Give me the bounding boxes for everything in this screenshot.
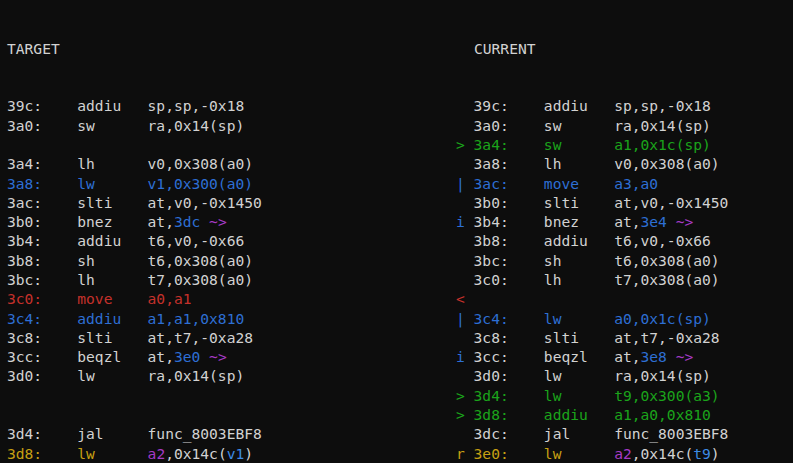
target-line: 3c0: move a0,a1 <box>7 289 192 308</box>
current-line: > 3d8: addiu a1,a0,0x810 <box>456 405 711 424</box>
diff-row: 3a0: sw ra,0x14(sp) 3a0: sw ra,0x14(sp) <box>0 116 793 135</box>
target-line: 3b8: sh t6,0x308(a0) <box>7 251 253 270</box>
current-line: 3d0: lw ra,0x14(sp) <box>456 366 711 385</box>
asm-segment: 3b0: slti at,v0,-0x1450 <box>456 194 728 211</box>
target-line: 39c: addiu sp,sp,-0x18 <box>7 96 244 115</box>
target-line: 3c8: slti at,t7,-0xa28 <box>7 328 253 347</box>
current-column-header: CURRENT <box>474 39 536 58</box>
asm-segment <box>200 348 209 365</box>
asm-segment: 3c0: move a0,a1 <box>7 290 192 307</box>
asm-segment: 3d8: lw <box>7 445 148 462</box>
target-line: 3bc: lh t7,0x308(a0) <box>7 270 253 289</box>
target-line: 3b4: addiu t6,v0,-0x66 <box>7 231 244 250</box>
current-line: > 3a4: sw a1,0x1c(sp) <box>456 135 711 154</box>
diff-row: 3c0: move a0,a1< <box>0 289 793 308</box>
asm-segment: ) <box>244 445 253 462</box>
asm-segment: 3d0: lw ra,0x14(sp) <box>456 367 711 384</box>
asm-segment: 3a8: lh v0,0x308(a0) <box>456 155 720 172</box>
asm-segment: 3d0: lw ra,0x14(sp) <box>7 367 244 384</box>
asm-segment: 3b0: bnez at, <box>7 213 174 230</box>
asm-segment: 3cc: beqzl at, <box>7 348 174 365</box>
asm-segment <box>200 213 209 230</box>
asm-segment: i <box>456 213 474 230</box>
asm-segment: | 3ac: move a3,a0 <box>456 175 658 192</box>
asm-segment: 3bc: sh t6,0x308(a0) <box>456 252 720 269</box>
asm-segment: 3a4: lh v0,0x308(a0) <box>7 155 253 172</box>
diff-row: 3d0: lw ra,0x14(sp) 3d0: lw ra,0x14(sp) <box>0 366 793 385</box>
asm-diff-terminal: TARGET CURRENT 39c: addiu sp,sp,-0x18 39… <box>0 0 793 463</box>
current-line: 3dc: jal func_8003EBF8 <box>456 424 728 443</box>
asm-segment <box>667 213 676 230</box>
diff-row: > 3d8: addiu a1,a0,0x810 <box>0 405 793 424</box>
asm-segment: 3b4: bnez at, <box>474 213 641 230</box>
current-line: | 3c4: lw a0,0x1c(sp) <box>456 309 711 328</box>
asm-segment: 3a8: lw v1,0x300(a0) <box>7 175 253 192</box>
asm-segment: 3b4: addiu t6,v0,-0x66 <box>7 232 244 249</box>
target-line: 3d0: lw ra,0x14(sp) <box>7 366 244 385</box>
asm-segment: ~> <box>676 348 694 365</box>
asm-segment: 3bc: lh t7,0x308(a0) <box>7 271 253 288</box>
asm-segment: 3b8: sh t6,0x308(a0) <box>7 252 253 269</box>
asm-segment: ) <box>711 445 720 462</box>
header-row: TARGET CURRENT <box>0 39 793 58</box>
diff-row: 3bc: lh t7,0x308(a0) 3c0: lh t7,0x308(a0… <box>0 270 793 289</box>
asm-segment: a2 <box>614 445 632 462</box>
asm-segment: 3e8 <box>641 348 667 365</box>
target-column-header: TARGET <box>7 39 60 58</box>
current-line: 3c8: slti at,t7,-0xa28 <box>456 328 720 347</box>
diff-row: 39c: addiu sp,sp,-0x18 39c: addiu sp,sp,… <box>0 96 793 115</box>
asm-segment: | 3c4: lw a0,0x1c(sp) <box>456 310 711 327</box>
asm-segment: 3c4: addiu a1,a1,0x810 <box>7 310 244 327</box>
current-line: 3a0: sw ra,0x14(sp) <box>456 116 711 135</box>
asm-segment: 3d4: jal func_8003EBF8 <box>7 425 262 442</box>
asm-segment: > 3a4: sw a1,0x1c(sp) <box>456 136 711 153</box>
target-line: 3d8: lw a2,0x14c(v1) <box>7 444 253 463</box>
asm-segment: 3c0: lh t7,0x308(a0) <box>456 271 720 288</box>
asm-segment: r 3e0: lw <box>456 445 614 462</box>
asm-segment: i <box>456 348 474 365</box>
diff-row: 3d4: jal func_8003EBF8 3dc: jal func_800… <box>0 424 793 443</box>
asm-segment: 3e0 <box>174 348 200 365</box>
current-line: 3bc: sh t6,0x308(a0) <box>456 251 720 270</box>
asm-segment: < <box>456 290 465 307</box>
current-line: 3b8: addiu t6,v0,-0x66 <box>456 231 711 250</box>
asm-segment: 3c8: slti at,t7,-0xa28 <box>456 329 720 346</box>
diff-row: 3a8: lw v1,0x300(a0)| 3ac: move a3,a0 <box>0 174 793 193</box>
target-line: 3c4: addiu a1,a1,0x810 <box>7 309 244 328</box>
target-line: 3b0: bnez at,3dc ~> <box>7 212 227 231</box>
target-line: 3a8: lw v1,0x300(a0) <box>7 174 253 193</box>
diff-row: 3b0: bnez at,3dc ~>i 3b4: bnez at,3e4 ~> <box>0 212 793 231</box>
target-line: 3d4: jal func_8003EBF8 <box>7 424 262 443</box>
diff-row: 3ac: slti at,v0,-0x1450 3b0: slti at,v0,… <box>0 193 793 212</box>
diff-row: 3a4: lh v0,0x308(a0) 3a8: lh v0,0x308(a0… <box>0 154 793 173</box>
current-line: | 3ac: move a3,a0 <box>456 174 658 193</box>
target-line: 3cc: beqzl at,3e0 ~> <box>7 347 227 366</box>
diff-row: > 3a4: sw a1,0x1c(sp) <box>0 135 793 154</box>
current-line: 39c: addiu sp,sp,-0x18 <box>456 96 711 115</box>
asm-segment: ,0x14c( <box>165 445 227 462</box>
diff-row: 3d8: lw a2,0x14c(v1)r 3e0: lw a2,0x14c(t… <box>0 444 793 463</box>
asm-segment: 3b8: addiu t6,v0,-0x66 <box>456 232 711 249</box>
diff-row: > 3d4: lw t9,0x300(a3) <box>0 386 793 405</box>
asm-segment: 3ac: slti at,v0,-0x1450 <box>7 194 262 211</box>
diff-row: 3cc: beqzl at,3e0 ~>i 3cc: beqzl at,3e8 … <box>0 347 793 366</box>
current-line: > 3d4: lw t9,0x300(a3) <box>456 386 720 405</box>
asm-segment: ~> <box>676 213 694 230</box>
asm-segment: 3cc: beqzl at, <box>474 348 641 365</box>
asm-segment: a2 <box>148 445 166 462</box>
asm-segment: ~> <box>209 213 227 230</box>
diff-row: 3b4: addiu t6,v0,-0x66 3b8: addiu t6,v0,… <box>0 231 793 250</box>
current-line: r 3e0: lw a2,0x14c(t9) <box>456 444 720 463</box>
asm-segment: 3a0: sw ra,0x14(sp) <box>456 117 711 134</box>
current-line: < <box>456 289 465 308</box>
current-line: 3c0: lh t7,0x308(a0) <box>456 270 720 289</box>
asm-segment: 3e4 <box>641 213 667 230</box>
asm-segment: ~> <box>209 348 227 365</box>
current-line: i 3cc: beqzl at,3e8 ~> <box>456 347 693 366</box>
asm-segment: 39c: addiu sp,sp,-0x18 <box>7 97 244 114</box>
current-line: 3a8: lh v0,0x308(a0) <box>456 154 720 173</box>
asm-segment: 39c: addiu sp,sp,-0x18 <box>456 97 711 114</box>
current-line: 3b0: slti at,v0,-0x1450 <box>456 193 728 212</box>
diff-row: 3b8: sh t6,0x308(a0) 3bc: sh t6,0x308(a0… <box>0 251 793 270</box>
asm-segment: > 3d4: lw t9,0x300(a3) <box>456 387 720 404</box>
